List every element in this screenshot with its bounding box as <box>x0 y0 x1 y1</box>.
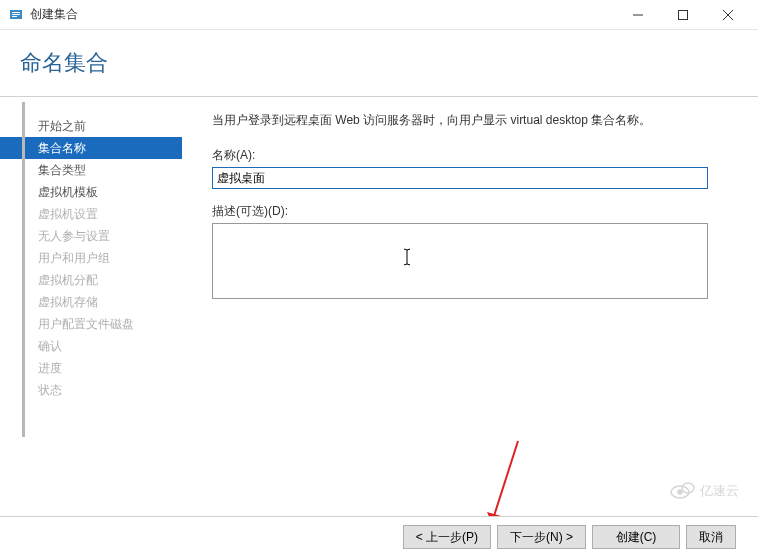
previous-button[interactable]: < 上一步(P) <box>403 525 491 549</box>
titlebar: 创建集合 <box>0 0 758 30</box>
sidebar-step-9: 用户配置文件磁盘 <box>0 313 182 335</box>
wizard-body: 开始之前集合名称集合类型虚拟机模板虚拟机设置无人参与设置用户和用户组虚拟机分配虚… <box>0 97 758 519</box>
sidebar-step-12: 状态 <box>0 379 182 401</box>
sidebar-step-4: 虚拟机设置 <box>0 203 182 225</box>
maximize-button[interactable] <box>660 1 705 29</box>
description-field-group: 描述(可选)(D): <box>212 203 728 302</box>
sidebar-step-0[interactable]: 开始之前 <box>0 115 182 137</box>
sidebar-accent-bar <box>22 102 25 437</box>
sidebar-step-2[interactable]: 集合类型 <box>0 159 182 181</box>
close-button[interactable] <box>705 1 750 29</box>
cancel-button[interactable]: 取消 <box>686 525 736 549</box>
create-button[interactable]: 创建(C) <box>592 525 680 549</box>
instruction-text: 当用户登录到远程桌面 Web 访问服务器时，向用户显示 virtual desk… <box>212 111 728 129</box>
svg-rect-2 <box>12 14 20 15</box>
sidebar-step-8: 虚拟机存储 <box>0 291 182 313</box>
wizard-footer: < 上一步(P) 下一步(N) > 创建(C) 取消 <box>0 516 758 549</box>
wizard-steps-sidebar: 开始之前集合名称集合类型虚拟机模板虚拟机设置无人参与设置用户和用户组虚拟机分配虚… <box>0 111 182 519</box>
sidebar-step-6: 用户和用户组 <box>0 247 182 269</box>
sidebar-step-3[interactable]: 虚拟机模板 <box>0 181 182 203</box>
svg-rect-3 <box>12 16 17 17</box>
svg-rect-1 <box>12 12 20 13</box>
sidebar-step-10: 确认 <box>0 335 182 357</box>
next-button[interactable]: 下一步(N) > <box>497 525 586 549</box>
sidebar-step-5: 无人参与设置 <box>0 225 182 247</box>
description-input[interactable] <box>212 223 708 299</box>
name-field-group: 名称(A): <box>212 147 728 189</box>
page-title: 命名集合 <box>20 48 738 78</box>
window-controls <box>615 1 750 29</box>
window-title: 创建集合 <box>30 6 78 23</box>
minimize-button[interactable] <box>615 1 660 29</box>
sidebar-step-11: 进度 <box>0 357 182 379</box>
sidebar-step-7: 虚拟机分配 <box>0 269 182 291</box>
app-icon <box>8 7 24 23</box>
svg-rect-5 <box>678 10 687 19</box>
wizard-header: 命名集合 <box>0 30 758 88</box>
name-label: 名称(A): <box>212 147 728 164</box>
description-label: 描述(可选)(D): <box>212 203 728 220</box>
collection-name-input[interactable] <box>212 167 708 189</box>
wizard-main-panel: 当用户登录到远程桌面 Web 访问服务器时，向用户显示 virtual desk… <box>182 111 758 519</box>
sidebar-step-1[interactable]: 集合名称 <box>0 137 182 159</box>
